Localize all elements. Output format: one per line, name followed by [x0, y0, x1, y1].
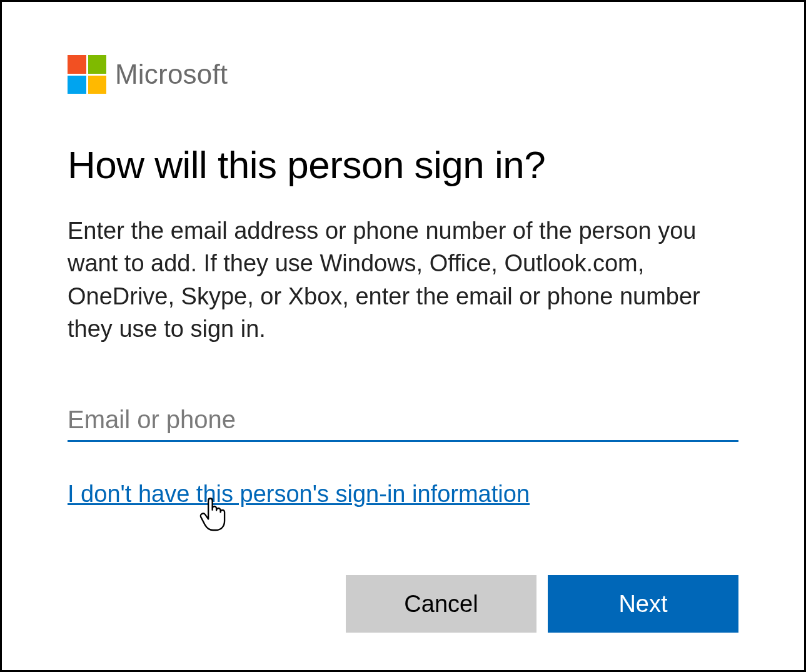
email-input-wrap — [68, 402, 738, 442]
dialog-heading: How will this person sign in? — [68, 143, 738, 187]
dialog-description: Enter the email address or phone number … — [68, 214, 724, 346]
no-info-link-row: I don't have this person's sign-in infor… — [68, 481, 738, 508]
email-or-phone-input[interactable] — [68, 402, 738, 442]
next-button[interactable]: Next — [548, 575, 738, 633]
microsoft-logo-icon — [68, 55, 106, 94]
add-user-dialog: Microsoft How will this person sign in? … — [0, 0, 806, 672]
brand-name: Microsoft — [115, 59, 228, 90]
cancel-button[interactable]: Cancel — [346, 575, 536, 633]
dialog-button-row: Cancel Next — [68, 575, 738, 633]
no-sign-in-info-link[interactable]: I don't have this person's sign-in infor… — [68, 481, 530, 508]
brand-row: Microsoft — [68, 55, 738, 94]
